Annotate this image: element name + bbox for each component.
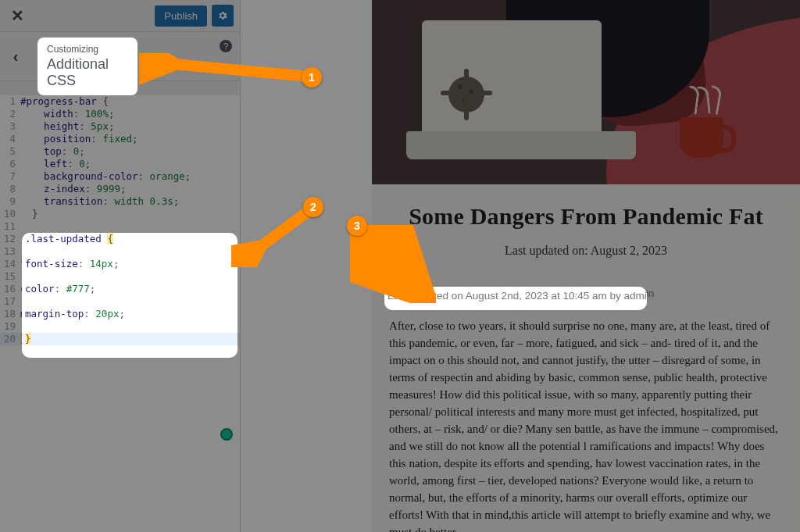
publish-button[interactable]: Publish [155, 5, 207, 27]
post-subtitle: Last updated on: August 2, 2023 [389, 244, 783, 258]
close-icon[interactable]: ✕ [6, 6, 29, 25]
annotation-badge-1: 1 [302, 67, 322, 87]
topbar-actions: Publish [155, 5, 234, 27]
annotation-badge-3: 3 [347, 216, 367, 236]
hero-illustration [372, 0, 800, 184]
grammarly-icon [220, 428, 233, 441]
post-title: Some Dangers From Pandemic Fat [389, 203, 783, 230]
post-body: After, close to two years, it should sur… [389, 317, 783, 532]
section-title: Additional CSS [47, 56, 128, 89]
section-title-card: Customizing Additional CSS [38, 37, 138, 95]
app-root: ✕ Publish ‹ ? 1#progress-bar { 2 width: … [0, 0, 800, 532]
highlight-code-lines: .last-updated { font-size: 14px; color: … [22, 233, 238, 345]
article: Some Dangers From Pandemic Fat Last upda… [372, 184, 800, 532]
site-preview: Some Dangers From Pandemic Fat Last upda… [372, 0, 800, 532]
section-eyebrow: Customizing [47, 44, 128, 55]
annotation-badge-2: 2 [303, 197, 323, 217]
help-icon[interactable]: ? [220, 40, 232, 52]
back-chevron-icon[interactable]: ‹ [0, 31, 31, 81]
customizer-topbar: ✕ Publish [0, 0, 240, 31]
highlight-badge-text: Last updated on August 2nd, 2023 at 10:4… [388, 290, 652, 302]
gear-icon[interactable] [212, 5, 234, 27]
